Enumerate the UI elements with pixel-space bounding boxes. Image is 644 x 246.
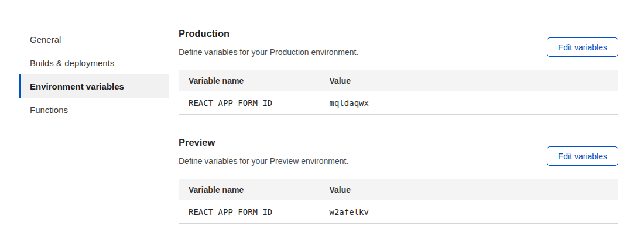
production-variables-table: Variable name Value REACT_APP_FORM_ID mq… <box>179 70 618 115</box>
variable-name-column-header: Variable name <box>179 179 320 200</box>
settings-sidebar: General Builds & deployments Environment… <box>19 28 169 121</box>
settings-page: General Builds & deployments Environment… <box>0 0 644 246</box>
production-edit-variables-button[interactable]: Edit variables <box>547 37 618 57</box>
environment-variables-panel: Production Define variables for your Pro… <box>179 28 618 224</box>
table-header-row: Variable name Value <box>179 179 618 200</box>
variable-name-cell: REACT_APP_FORM_ID <box>179 91 320 115</box>
variable-value-cell: mqldaqwx <box>320 91 618 115</box>
sidebar-item-label: Functions <box>30 105 68 115</box>
variable-name-column-header: Variable name <box>179 70 320 91</box>
sidebar-item-label: Builds & deployments <box>30 58 114 68</box>
variable-value-cell: w2afelkv <box>320 200 618 224</box>
sidebar-item-label: General <box>30 35 61 45</box>
preview-edit-variables-button[interactable]: Edit variables <box>547 146 618 166</box>
preview-variables-table: Variable name Value REACT_APP_FORM_ID w2… <box>179 179 618 224</box>
sidebar-item-general[interactable]: General <box>19 28 169 51</box>
value-column-header: Value <box>320 179 618 200</box>
sidebar-item-builds-deployments[interactable]: Builds & deployments <box>19 51 169 74</box>
table-row: REACT_APP_FORM_ID w2afelkv <box>179 200 618 224</box>
preview-section: Preview Define variables for your Previe… <box>179 136 618 224</box>
sidebar-item-environment-variables[interactable]: Environment variables <box>19 74 169 98</box>
variable-name-cell: REACT_APP_FORM_ID <box>179 200 320 224</box>
sidebar-item-functions[interactable]: Functions <box>19 98 169 121</box>
sidebar-item-label: Environment variables <box>30 81 124 91</box>
value-column-header: Value <box>320 70 618 91</box>
table-row: REACT_APP_FORM_ID mqldaqwx <box>179 91 618 115</box>
production-section: Production Define variables for your Pro… <box>179 28 618 115</box>
table-header-row: Variable name Value <box>179 70 618 91</box>
